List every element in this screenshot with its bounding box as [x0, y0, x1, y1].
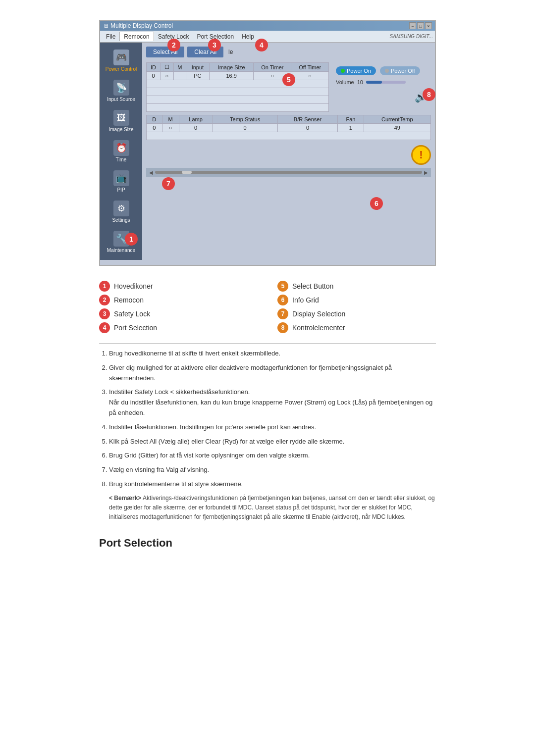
- close-button[interactable]: ×: [425, 22, 432, 29]
- badge-7: 7: [162, 177, 175, 190]
- sidebar-label-input: Input Source: [107, 97, 135, 102]
- list-item-6: Brug Grid (Gitter) for at få vist korte …: [109, 451, 436, 461]
- cell-off-timer: ○: [291, 72, 329, 80]
- legend-item-1: 1 Hovedikoner: [99, 281, 258, 292]
- scroll-right-btn[interactable]: ▶: [424, 170, 428, 175]
- table-row-empty-3: [147, 96, 329, 104]
- power-off-label: Power Off: [391, 68, 415, 74]
- legend-badge-2: 2: [99, 295, 110, 305]
- bcell-fan: 1: [338, 124, 364, 132]
- screenshot-container: 1 2 3 4 5 6 7 8 🖥 Multiple Display Contr…: [99, 20, 436, 266]
- legend-item-2: 2 Remocon: [99, 295, 258, 305]
- legend-section: 1 Hovedikoner 2 Remocon 3 Safety Lock 4 …: [99, 281, 436, 333]
- legend-left: 1 Hovedikoner 2 Remocon 3 Safety Lock 4 …: [99, 281, 258, 333]
- remark-block: < Bemærk> Aktiverings-/deaktiveringsfunk…: [109, 494, 436, 522]
- ui-window: 🖥 Multiple Display Control − □ × File Re…: [99, 20, 436, 266]
- sidebar-item-pip[interactable]: 📺 PIP: [103, 168, 140, 195]
- power-on-button[interactable]: Power On: [336, 66, 376, 75]
- list-item-7: Vælg en visning fra Valg af visning.: [109, 465, 436, 475]
- bcell-br: 0: [277, 124, 338, 132]
- col-image-size: Image Size: [209, 63, 254, 72]
- bcol-m: M: [162, 115, 179, 124]
- scroll-track[interactable]: [155, 171, 422, 174]
- legend-badge-3: 3: [99, 308, 110, 319]
- legend-text-8: Kontrolelementer: [292, 324, 345, 332]
- volume-slider[interactable]: [366, 81, 406, 84]
- legend-text-4: Port Selection: [114, 324, 157, 332]
- maximize-button[interactable]: □: [417, 22, 424, 29]
- bcol-fan: Fan: [338, 115, 364, 124]
- bcell-m: ○: [162, 124, 179, 132]
- sidebar-item-power-control[interactable]: 🎮 Power Control: [103, 48, 140, 74]
- volume-fill: [366, 81, 382, 84]
- sidebar: 🎮 Power Control 📡 Input Source 🖼 Image S…: [100, 43, 142, 260]
- power-on-label: Power On: [347, 68, 371, 74]
- list-item-4: Indstiller låsefunktionen. Indstillingen…: [109, 422, 436, 433]
- menu-bar: File Remocon Safety Lock Port Selection …: [100, 31, 435, 43]
- cell-image-size: 16:9: [209, 72, 254, 80]
- remark-text: Aktiverings-/deaktiveringsfunktionen på …: [109, 495, 435, 520]
- menu-file[interactable]: File: [102, 32, 119, 41]
- legend-badge-1: 1: [99, 281, 110, 292]
- table-row[interactable]: 0 ○ PC 16:9 ○ ○: [147, 72, 329, 80]
- cell-m: [173, 72, 186, 80]
- bottom-table-section: D M Lamp Temp.Status B/R Senser Fan Curr…: [146, 115, 431, 140]
- table-row-empty-1: [147, 80, 329, 88]
- btn-row: Select All Clear All le: [146, 47, 431, 57]
- legend-badge-7: 7: [277, 308, 288, 319]
- title-bar-controls[interactable]: − □ ×: [409, 22, 432, 29]
- sidebar-label-settings: Settings: [112, 217, 130, 223]
- list-item-8: Brug kontrolelementerne til at styre skæ…: [109, 479, 436, 490]
- bottom-table-row[interactable]: 0 ○ 0 0 0 1 49: [147, 124, 431, 132]
- pip-icon: 📺: [113, 170, 129, 186]
- badge-5: 5: [282, 73, 295, 86]
- legend-badge-4: 4: [99, 322, 110, 333]
- power-row: Power On Power Off: [336, 66, 427, 75]
- volume-row: Volume 10: [336, 79, 427, 85]
- speaker-area: 🔊: [336, 91, 427, 103]
- image-size-icon: 🖼: [113, 110, 129, 126]
- input-source-icon: 📡: [113, 80, 129, 96]
- scroll-thumb: [182, 171, 192, 174]
- legend-text-5: Select Button: [292, 282, 333, 290]
- top-section: ID ☐ M Input Image Size On Timer Off Tim…: [146, 62, 431, 112]
- warning-icon: !: [411, 145, 431, 165]
- bcol-lamp: Lamp: [179, 115, 213, 124]
- menu-help[interactable]: Help: [238, 32, 258, 41]
- sidebar-label-pip: PIP: [117, 187, 125, 193]
- legend-item-3: 3 Safety Lock: [99, 308, 258, 319]
- col-check: ☐: [160, 63, 173, 72]
- legend-text-3: Safety Lock: [114, 310, 150, 318]
- legend-badge-6: 6: [277, 295, 288, 305]
- cell-input: PC: [186, 72, 209, 80]
- remark-label: < Bemærk>: [109, 495, 141, 502]
- sidebar-item-image-size[interactable]: 🖼 Image Size: [103, 108, 140, 134]
- col-id: ID: [147, 63, 160, 72]
- bcell-temp: 0: [213, 124, 277, 132]
- minimize-button[interactable]: −: [409, 22, 416, 29]
- legend-item-4: 4 Port Selection: [99, 322, 258, 333]
- power-off-button[interactable]: Power Off: [380, 66, 420, 75]
- legend-item-6: 6 Info Grid: [277, 295, 436, 305]
- cell-id: 0: [147, 72, 160, 80]
- power-on-dot: [341, 69, 345, 73]
- top-table-wrap: ID ☐ M Input Image Size On Timer Off Tim…: [146, 62, 329, 112]
- sidebar-item-settings[interactable]: ⚙ Settings: [103, 199, 140, 225]
- main-area: 🎮 Power Control 📡 Input Source 🖼 Image S…: [100, 43, 435, 260]
- divider: [99, 343, 436, 344]
- list-item-2: Giver dig mulighed for at aktivere eller…: [109, 363, 436, 384]
- volume-label: Volume: [336, 79, 354, 85]
- sidebar-item-time[interactable]: ⏰ Time: [103, 138, 140, 164]
- legend-item-7: 7 Display Selection: [277, 308, 436, 319]
- col-input: Input: [186, 63, 209, 72]
- bottom-scrollbar[interactable]: ◀ ▶: [146, 168, 431, 177]
- menu-remocon[interactable]: Remocon: [119, 32, 154, 41]
- right-controls-panel: Power On Power Off Volume 10: [332, 62, 431, 107]
- bcol-temp: Temp.Status: [213, 115, 277, 124]
- numbered-list: Brug hovedikonerne til at skifte til hve…: [99, 349, 436, 522]
- scroll-left-btn[interactable]: ◀: [149, 170, 153, 175]
- list-item-5: Klik på Select All (Vælg alle) eller Cle…: [109, 437, 436, 447]
- bcol-br: B/R Senser: [277, 115, 338, 124]
- list-item-1: Brug hovedikonerne til at skifte til hve…: [109, 349, 436, 359]
- sidebar-item-input-source[interactable]: 📡 Input Source: [103, 78, 140, 104]
